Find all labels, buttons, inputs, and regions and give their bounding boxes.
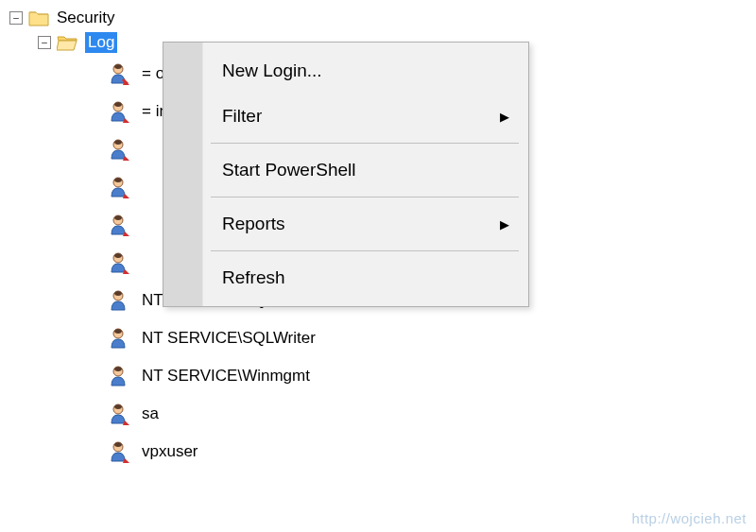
menu-label: Refresh [222,267,285,288]
watermark-text: http://wojcieh.net [631,510,747,526]
menu-reports[interactable]: Reports ▶ [163,201,528,247]
login-item[interactable]: NT SERVICE\SQLWriter [6,319,756,357]
menu-separator [211,197,519,197]
collapse-icon[interactable]: − [9,11,23,25]
folder-icon [28,9,51,26]
user-icon [110,365,132,387]
tree-label-selected: Log [85,32,117,53]
folder-open-icon [57,34,79,51]
submenu-arrow-icon: ▶ [500,110,509,124]
login-item[interactable]: vpxuser [6,433,756,471]
user-red-icon [110,176,132,198]
menu-start-powershell[interactable]: Start PowerShell [163,147,528,193]
context-menu: New Login... Filter ▶ Start PowerShell R… [163,42,529,307]
collapse-icon[interactable]: − [38,36,51,49]
user-icon [110,289,132,312]
user-red-icon [110,440,132,463]
menu-separator [211,250,519,251]
menu-filter[interactable]: Filter ▶ [163,94,528,139]
login-name: sa [142,404,159,423]
user-red-icon [110,251,132,274]
menu-refresh[interactable]: Refresh [163,255,528,300]
menu-label: Reports [222,214,285,234]
login-item[interactable]: NT SERVICE\Winmgmt [6,357,756,395]
user-icon [110,327,132,350]
menu-label: Filter [222,106,262,127]
menu-label: New Login... [222,60,322,81]
menu-label: Start PowerShell [222,160,356,180]
login-name: NT SERVICE\SQLWriter [142,329,316,348]
user-red-icon [110,100,132,123]
login-name: vpxuser [142,442,198,461]
login-name: NT SERVICE\Winmgmt [142,367,310,386]
tree-label: Security [57,9,114,27]
login-item[interactable]: sa [6,395,756,433]
user-red-icon [110,62,132,85]
menu-new-login[interactable]: New Login... [163,48,528,94]
user-red-icon [110,214,132,236]
submenu-arrow-icon: ▶ [500,217,509,232]
tree-node-security[interactable]: − Security [6,6,756,30]
user-red-icon [110,403,132,425]
user-red-icon [110,138,132,161]
menu-separator [211,143,519,144]
